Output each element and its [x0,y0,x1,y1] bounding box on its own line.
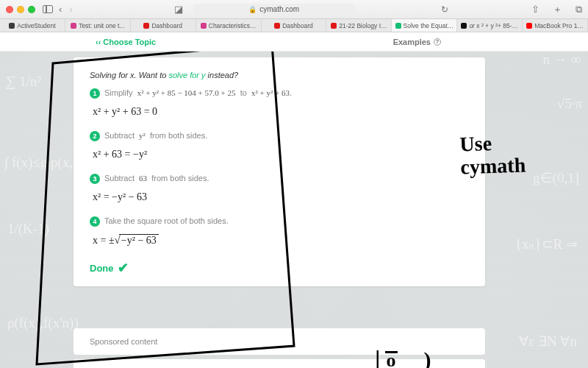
sponsored-card: Sponsored content [74,328,485,355]
tab-favicon [395,23,401,29]
step-badge: 1 [90,88,100,99]
tab-label: ActiveStudent [17,22,55,29]
examples-link[interactable]: Examples ? [393,38,441,46]
sidebar-icon[interactable] [43,5,53,13]
browser-tab[interactable]: Test: unit one t... [65,19,131,32]
tab-label: Characteristics… [209,22,257,29]
tab-label: Test: unit one t... [79,22,124,29]
tab-label: MacBook Pro 1… [534,22,584,29]
tab-label: Dashboard [282,22,313,29]
chevron-left-icon: ‹‹ [96,38,101,46]
window-minimize[interactable] [17,6,24,13]
privacy-shield-icon[interactable]: ◪ [174,4,183,15]
browser-tab[interactable]: ActiveStudent [0,19,65,32]
tab-favicon [201,23,207,29]
step-result: x² + y² + 63 = 0 [93,106,469,118]
tab-label: Solve the Equat… [404,22,454,29]
browser-tab[interactable]: Solve the Equat… [392,19,457,32]
browser-toolbar: ‹ › ◪ 🔒 cymath.com ↻ ⇧ ＋ ⧉ [0,0,588,19]
tab-favicon [71,23,76,29]
solution-step: 2 Subtract y² from both sides. x² + 63 =… [90,131,469,160]
url-bar[interactable]: 🔒 cymath.com [193,4,355,15]
browser-tab[interactable]: Characteristics… [196,19,262,32]
window-fullscreen[interactable] [28,6,35,13]
solving-for-line: Solving for x. Want to solve for y inste… [90,71,469,79]
browser-tab[interactable]: Dashboard [262,19,327,32]
solve-for-y-link[interactable]: solve for y [168,71,205,79]
tab-favicon [461,23,467,29]
tab-label: 21-22 Biology I… [339,22,387,29]
window-close[interactable] [6,6,13,13]
choose-topic-link[interactable]: ‹‹ Choose Topic [96,38,156,46]
tab-favicon [143,23,149,29]
done-line: Done ✔ [90,260,469,276]
share-card: Like this solution? Share it! [74,359,485,368]
step-result: x = ±√−y² − 63 [93,234,469,247]
check-icon: ✔ [118,260,129,276]
step-result: x² + 63 = −y² [93,149,469,160]
solution-step: 4 Take the square root of both sides. x … [90,216,469,247]
content-area: ∑ 1/n² n → ∞ √5·π ∫ f(x)≤g·p(x,x) g∈(0,1… [0,52,588,368]
share-icon[interactable]: ⇧ [531,4,539,15]
browser-tab[interactable]: 21-22 Biology I… [326,19,392,32]
tab-favicon [331,23,337,29]
tab-favicon [526,23,532,29]
forward-button[interactable]: › [68,4,74,15]
browser-tab[interactable]: Dashboard [131,19,196,32]
tab-bar: ActiveStudentTest: unit one t...Dashboar… [0,19,588,32]
step-result: x² = −y² − 63 [93,191,469,203]
url-host: cymath.com [259,5,299,13]
step-badge: 4 [90,216,100,227]
solution-step: 3 Subtract 63 from both sides. x² = −y² … [90,174,469,203]
tab-label: or x ² + y ²+ 85-… [469,22,518,29]
new-tab-icon[interactable]: ＋ [553,3,562,16]
help-icon: ? [434,38,441,46]
solution-card: Solving for x. Want to solve for y inste… [74,57,485,286]
tab-favicon [9,23,15,29]
tab-overview-icon[interactable]: ⧉ [576,4,582,15]
step-badge: 2 [90,131,100,141]
refresh-icon[interactable]: ↻ [441,4,448,15]
page-secondary-nav: ‹‹ Choose Topic Examples ? [0,32,588,52]
browser-tab[interactable]: or x ² + y ²+ 85-… [457,19,523,32]
browser-tab[interactable]: MacBook Pro 1… [523,19,588,32]
back-button[interactable]: ‹ [57,4,63,15]
solution-step: 1 Simplify x² + y² + 85 − 104 + 57.0 + 2… [90,88,469,118]
tab-label: Dashboard [151,22,182,29]
lock-icon: 🔒 [248,6,257,13]
tab-favicon [274,23,280,29]
step-badge: 3 [90,174,100,184]
